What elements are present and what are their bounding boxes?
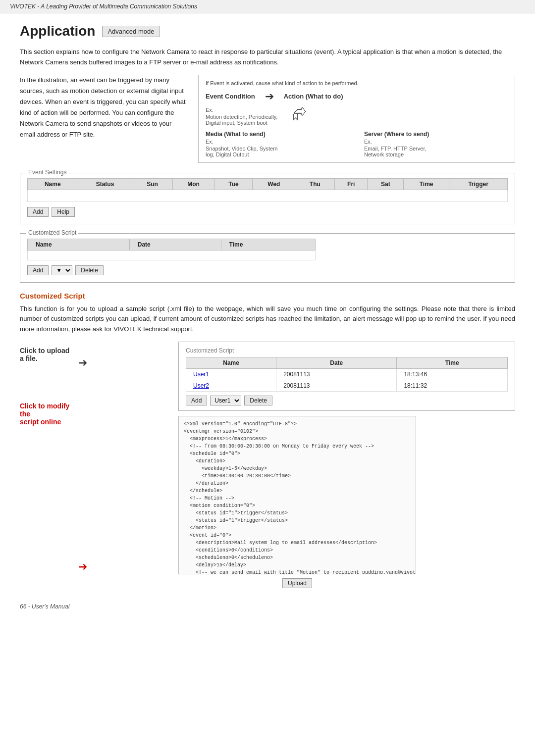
code-area: <?xml version="1.0" encoding="UTF-8"?> <… (178, 416, 416, 588)
event-settings-legend: Event Settings (26, 169, 68, 176)
intro-paragraph-2: In the illustration, an event can be tri… (20, 75, 188, 141)
customized-script-legend: Customized Script (26, 229, 78, 236)
modify-label: Click to modify the (20, 402, 78, 418)
cs-delete-button[interactable]: Delete (75, 265, 104, 275)
diagram-bottom: Media (What to send) Ex. Snapshot, Video… (206, 131, 508, 157)
modify-sub: script online (20, 418, 78, 426)
main-content: Application Advanced mode This section e… (0, 13, 535, 630)
two-col-section: In the illustration, an event can be tri… (20, 75, 515, 163)
cs-add-button[interactable]: Add (27, 265, 49, 275)
customized-script-table: Name Date Time (27, 239, 316, 260)
cs-col-time: Time (221, 239, 315, 250)
col-trigger: Trigger (449, 178, 507, 190)
left-col-text: In the illustration, an event can be tri… (20, 75, 188, 163)
col-sat: Sat (368, 178, 404, 190)
upload-label-area: Click to upload a file. (20, 347, 78, 362)
cs2-col-name: Name (186, 357, 276, 368)
diagram-ex-row: Ex. Motion detection, Periodically,Digit… (206, 106, 508, 126)
cs-left-labels: Click to upload a file. Click to modify … (20, 342, 78, 588)
col-tue: Tue (214, 178, 253, 190)
cs-name-cell[interactable]: User2 (186, 380, 276, 391)
cs2-delete-button[interactable]: Delete (244, 396, 272, 405)
cs-inner-panel: Customized Script Name Date Time User1 2… (178, 342, 515, 411)
upload-sub: a file. (20, 354, 78, 362)
event-empty-row (28, 190, 508, 202)
cs-right-panel: Customized Script Name Date Time User1 2… (89, 342, 515, 588)
event-condition-label: Event Condition (206, 93, 255, 100)
diagram-ex-label: Ex. (206, 107, 277, 113)
cs2-add-button[interactable]: Add (186, 396, 207, 405)
top-header: VIVOTEK - A Leading Provider of Multimed… (0, 0, 535, 13)
customized-script-box: Customized Script Name Date Time Add ▼ D… (20, 233, 515, 283)
media-label: Media (What to send) (206, 131, 349, 138)
event-btn-row: Add Help (27, 207, 508, 217)
advanced-mode-button[interactable]: Advanced mode (102, 26, 160, 37)
cs2-col-time: Time (397, 357, 508, 368)
server-ex-label: Ex. (364, 139, 508, 145)
col-sun: Sun (132, 178, 172, 190)
diagram-top-text: If Event is activated, cause what kind o… (206, 80, 508, 86)
cs-time-cell: 18:11:32 (397, 380, 508, 391)
cs-name-cell[interactable]: User1 (186, 368, 276, 380)
cs-inner-legend: Customized Script (186, 347, 508, 354)
col-thu: Thu (295, 178, 335, 190)
footer-text: 66 - User's Manual (20, 603, 515, 610)
cs2-select-dropdown[interactable]: User1 User2 (210, 396, 241, 405)
event-settings-box: Event Settings Name Status Sun Mon Tue W… (20, 173, 515, 224)
col-time: Time (404, 178, 449, 190)
intro-paragraph-1: This section explains how to configure t… (20, 47, 515, 68)
col-fri: Fri (335, 178, 368, 190)
event-table: Name Status Sun Mon Tue Wed Thu Fri Sat … (27, 178, 508, 202)
cs-empty-row (28, 250, 316, 260)
company-name: VIVOTEK - A Leading Provider of Multimed… (10, 3, 197, 10)
long-arrow-icon: ➔ (265, 90, 274, 103)
code-box: <?xml version="1.0" encoding="UTF-8"?> <… (178, 416, 416, 574)
media-section: Media (What to send) Ex. Snapshot, Video… (206, 131, 349, 157)
cs-select-dropdown[interactable]: ▼ (52, 265, 72, 275)
upload-arrow-icon: ➔ (78, 356, 87, 369)
modify-arrow-icon: ➔ (78, 560, 87, 573)
diagram-ex-sources: Motion detection, Periodically,Digital i… (206, 114, 277, 126)
customized-script-btn-row: Add ▼ Delete (27, 265, 508, 275)
cs-body-text: This function is for you to upload a sam… (20, 304, 515, 335)
cs2-col-date: Date (276, 357, 397, 368)
upload-btn-row: Upload (178, 578, 416, 588)
event-add-button[interactable]: Add (27, 207, 49, 217)
cs-col-date: Date (129, 239, 221, 250)
col-name: Name (28, 178, 78, 190)
modify-label-area: Click to modify the script online (20, 402, 78, 426)
cs-col-name: Name (28, 239, 130, 250)
diagram-area: If Event is activated, cause what kind o… (198, 75, 515, 163)
upload-button[interactable]: Upload (282, 578, 312, 588)
cs-time-cell: 18:13:46 (397, 368, 508, 380)
event-help-button[interactable]: Help (52, 207, 75, 217)
upload-label: Click to upload (20, 347, 78, 354)
cs-date-cell: 20081113 (276, 368, 397, 380)
cs-section-title: Customized Script (20, 292, 515, 300)
diagram-box: If Event is activated, cause what kind o… (198, 75, 515, 163)
col-status: Status (78, 178, 132, 190)
cs-inner-table: Name Date Time User1 20081113 18:13:46 U… (186, 357, 508, 392)
list-item: User2 20081113 18:11:32 (186, 380, 508, 391)
server-section: Server (Where to send) Ex. Email, FTP, H… (364, 131, 508, 157)
server-label: Server (Where to send) (364, 131, 508, 138)
cs-panel-area: Click to upload a file. Click to modify … (20, 342, 515, 588)
customized-script-section: Customized Script This function is for y… (20, 292, 515, 588)
col-mon: Mon (172, 178, 214, 190)
diagonal-arrows-icon: ⮳ (292, 106, 307, 123)
cs-date-cell: 20081113 (276, 380, 397, 391)
col-wed: Wed (253, 178, 295, 190)
media-ex-label: Ex. (206, 139, 349, 145)
page-title-row: Application Advanced mode (20, 23, 515, 39)
page-title: Application (20, 23, 95, 39)
server-ex-text: Email, FTP, HTTP Server,Network storage (364, 146, 508, 157)
arrow-area: ➔ ➔ (78, 342, 87, 588)
diagram-row1: Event Condition ➔ Action (What to do) (206, 90, 508, 103)
list-item: User1 20081113 18:13:46 (186, 368, 508, 380)
media-ex-text: Snapshot, Video Clip, Systemlog, Digital… (206, 146, 349, 157)
cs2-btn-row: Add User1 User2 Delete (186, 396, 508, 405)
action-label: Action (What to do) (284, 93, 343, 100)
